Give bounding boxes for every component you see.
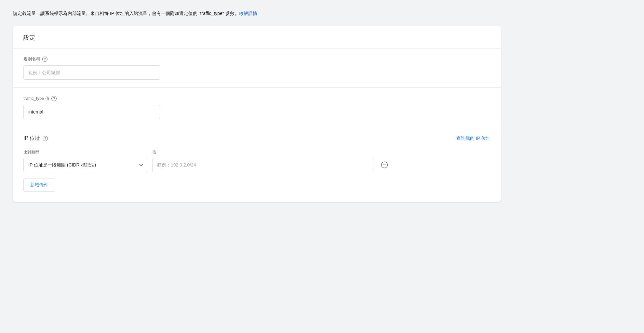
rule-name-input[interactable] (23, 65, 160, 80)
rule-name-help-icon[interactable]: ? (42, 57, 47, 62)
traffic-type-input[interactable] (23, 105, 160, 119)
remove-circle-icon (381, 161, 388, 168)
description-text: 請定義流量，讓系統標示為內部流量。來自相符 IP 位址的入站流量，會有一個附加選… (13, 10, 501, 17)
value-col: 值 (152, 150, 373, 172)
ip-value-input[interactable] (152, 158, 373, 172)
rule-name-label: 規則名稱 (23, 56, 40, 62)
match-type-label: 比對類型 (23, 150, 147, 155)
traffic-type-label: traffic_type 值 (23, 96, 49, 101)
match-type-col: 比對類型 IP 位址是一段範圍 (CIDR 標記法) IP 位址等於 IP 位址… (23, 150, 147, 172)
card-title: 設定 (23, 34, 35, 41)
settings-card: 設定 規則名稱 ? traffic_type 值 ? IP 位址 ? 查詢我的 … (13, 26, 501, 202)
learn-more-link[interactable]: 瞭解詳情 (239, 11, 257, 16)
ip-help-icon[interactable]: ? (43, 136, 48, 141)
rule-name-section: 規則名稱 ? (13, 48, 501, 88)
traffic-type-help-icon[interactable]: ? (51, 96, 57, 101)
traffic-type-label-row: traffic_type 值 ? (23, 96, 490, 101)
card-header: 設定 (13, 26, 501, 48)
ip-address-section: IP 位址 ? 查詢我的 IP 位址 比對類型 IP 位址是一段範圍 (CIDR… (13, 127, 501, 202)
match-type-select[interactable]: IP 位址是一段範圍 (CIDR 標記法) IP 位址等於 IP 位址開頭為 (23, 158, 147, 172)
ip-header-left: IP 位址 ? (23, 135, 48, 142)
ip-header: IP 位址 ? 查詢我的 IP 位址 (23, 135, 490, 142)
add-condition-button[interactable]: 新增條件 (23, 179, 55, 192)
rule-name-label-row: 規則名稱 ? (23, 56, 490, 62)
match-type-select-wrapper: IP 位址是一段範圍 (CIDR 標記法) IP 位址等於 IP 位址開頭為 (23, 158, 147, 172)
ip-section-title: IP 位址 (23, 135, 40, 142)
traffic-type-section: traffic_type 值 ? (13, 88, 501, 127)
ip-condition-row: 比對類型 IP 位址是一段範圍 (CIDR 標記法) IP 位址等於 IP 位址… (23, 150, 490, 172)
remove-condition-button[interactable] (379, 159, 390, 171)
value-label: 值 (152, 150, 373, 155)
lookup-ip-link[interactable]: 查詢我的 IP 位址 (456, 136, 490, 141)
